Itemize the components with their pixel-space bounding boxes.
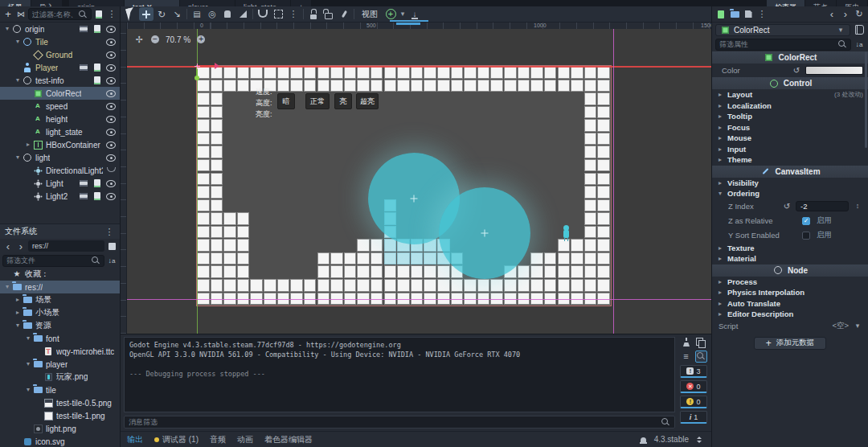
script-icon[interactable] [92,191,103,202]
eye-icon[interactable] [105,126,117,137]
eye-icon[interactable] [105,49,117,60]
pan-tool-button[interactable] [220,7,235,21]
fs-item-res://[interactable]: res:// [0,281,120,293]
scene-node-test-info[interactable]: test-info [0,74,120,87]
scene-node-DirectionalLight2D[interactable]: DirectionalLight2D [0,164,120,177]
fs-item-player[interactable]: player [0,358,120,371]
scene-node-light_state[interactable]: light_state [0,125,120,138]
dock-tab-0[interactable]: 场景 [0,0,31,6]
section-Physics-Interpolation[interactable]: ▸Physics Interpolation [712,287,868,298]
scene-tab-light_state[interactable]: light_state [235,0,290,6]
eye-icon[interactable] [105,191,117,202]
hud-button-正常[interactable]: 正常 [305,93,330,109]
eye-icon[interactable] [105,62,117,73]
copy-output-icon[interactable] [695,337,706,348]
fs-item-icon.svg[interactable]: icon.svg [0,435,120,447]
section-Texture[interactable]: ▸Texture [712,243,868,254]
sort-files-icon[interactable] [106,255,117,266]
eye-icon[interactable] [105,113,117,125]
message-counter-warn[interactable]: !0 [680,396,707,408]
value-field[interactable]: -2 [796,201,849,211]
script-icon[interactable] [92,62,103,73]
scene-filter[interactable] [28,8,92,20]
gizmo-origin-crosshair[interactable] [194,64,200,69]
zoom-out-icon[interactable] [149,34,161,45]
pan-view-icon[interactable] [133,34,145,45]
script-value[interactable]: <空> [832,321,849,331]
add-node-chevron[interactable] [399,7,407,21]
expand-arrow[interactable] [14,320,22,331]
pivot-tool-button[interactable] [205,7,219,21]
expand-arrow[interactable] [14,75,22,86]
scene-node-height[interactable]: height [0,113,120,125]
expand-arrow[interactable] [14,307,22,318]
fs-item-font[interactable]: font [0,332,120,345]
section-Editor-Description[interactable]: ▸Editor Description [712,309,868,320]
film-icon[interactable] [78,23,89,35]
scene-tab-test[interactable]: test ✕ [125,0,179,6]
fs-item-玩家.png[interactable]: 玩家.png [0,371,120,383]
load-resource-icon[interactable] [729,9,740,20]
fs-item-小场景[interactable]: 小场景 [0,306,120,319]
fs-item-资源[interactable]: 资源 [0,319,120,332]
script-icon[interactable] [92,178,103,189]
file-filter[interactable] [2,255,104,267]
fs-item-light.png[interactable]: light.png [0,422,120,435]
add-node-to-canvas-button[interactable] [383,7,398,21]
scene-dock-menu-icon[interactable] [106,9,117,20]
point-light-2[interactable] [439,187,530,279]
color-picker-swatch[interactable] [805,66,863,75]
expand-arrow[interactable] [14,36,22,47]
scene-node-ColorRect[interactable]: ColorRect [0,87,120,100]
nav-forward-icon[interactable] [15,240,27,252]
scene-node-light[interactable]: light [0,151,120,164]
expand-arrow[interactable] [14,294,22,306]
expand-arrow[interactable] [24,333,32,344]
film-icon[interactable] [78,191,89,202]
message-counter-note[interactable]: !3 [680,365,707,378]
engine-version[interactable]: 4.3.stable [654,435,689,444]
scene-node-Ground[interactable]: Ground [0,48,120,61]
add-metadata-button[interactable]: +添加元数据 [754,337,827,350]
scene-node-HBoxContainer[interactable]: HBoxContainer [0,138,120,151]
scene-node-Light[interactable]: Light [0,177,120,190]
fs-item-test-tile-1.png[interactable]: test-tile-1.png [0,409,120,422]
section-Input[interactable]: ▸Input [712,144,868,155]
section-Material[interactable]: ▸Material [712,253,868,265]
message-counter-info[interactable]: i1 [680,411,707,424]
filter-options-icon[interactable] [854,39,865,50]
message-filter-input[interactable] [129,418,657,426]
dots-tool-button[interactable] [286,7,301,21]
section-Process[interactable]: ▸Process [712,277,868,288]
fs-item-场景[interactable]: 场景 [0,293,120,306]
add-node-icon[interactable] [2,9,14,20]
checkbox[interactable] [802,232,810,240]
toggle-search-icon[interactable] [695,351,707,363]
eye-icon[interactable] [105,88,117,99]
collapse-duplicates-icon[interactable] [681,351,692,362]
listsel-tool-button[interactable] [190,7,204,21]
expand-arrow[interactable] [3,281,11,293]
instance-scene-icon[interactable] [15,9,27,20]
chevron-down-icon[interactable] [852,321,863,332]
eye-closed-icon[interactable] [105,165,117,176]
spinner-icon[interactable] [852,201,863,212]
select-tool-button[interactable] [124,7,138,21]
history-back-icon[interactable] [826,9,837,20]
open-docs-icon[interactable] [854,24,865,35]
zoom-percent[interactable]: 70.7 % [166,35,190,44]
clear-output-icon[interactable] [681,337,692,348]
section-Focus[interactable]: ▸Focus [712,122,868,133]
move-tool-button[interactable] [139,7,154,21]
expand-arrow[interactable] [3,23,11,35]
property-filter-input[interactable] [719,40,835,48]
node-selector[interactable]: ColorRect [715,24,850,36]
section-Layout[interactable]: ▸Layout(3 处改动) [712,89,868,100]
inspector-scrollbar[interactable] [865,51,867,148]
magnet-tool-button[interactable] [256,7,270,21]
scene-tab-origin[interactable]: origin [69,0,124,6]
inspector-dock-tab-0[interactable]: 检查器 [767,0,805,6]
scene-filter-input[interactable] [32,10,76,18]
notifications-icon[interactable] [638,434,649,445]
checkbox[interactable]: ✓ [802,217,810,225]
